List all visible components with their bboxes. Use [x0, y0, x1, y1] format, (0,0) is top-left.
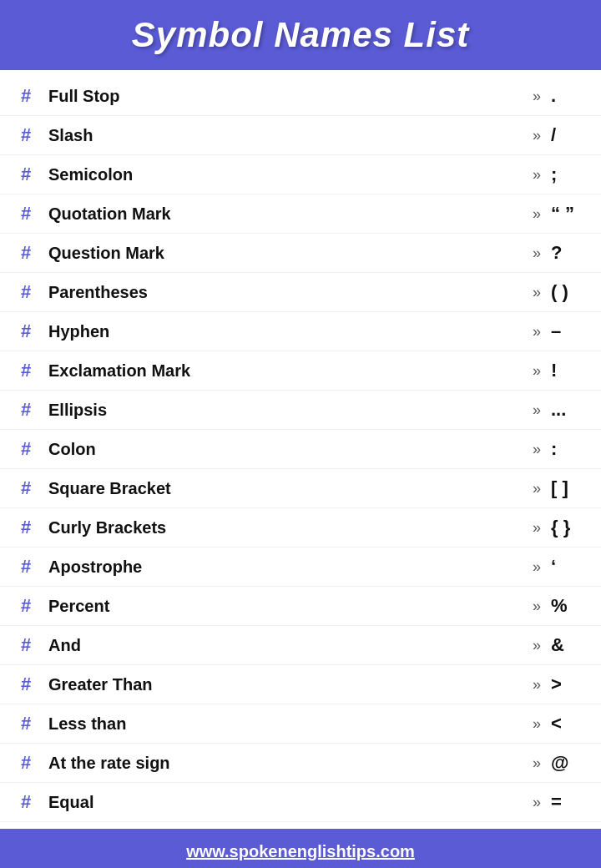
hash-icon: #: [17, 674, 35, 695]
symbol-character: @: [551, 752, 584, 774]
list-item: # Greater Than » >: [0, 665, 601, 704]
list-item: # Exclamation Mark » !: [0, 351, 601, 391]
symbol-character: %: [551, 595, 584, 617]
arrow-icon: »: [533, 205, 541, 223]
arrow-icon: »: [533, 88, 541, 105]
symbol-character: ...: [551, 399, 584, 421]
hash-icon: #: [17, 556, 35, 578]
hash-icon: #: [17, 320, 35, 342]
arrow-icon: »: [533, 127, 541, 144]
hash-icon: #: [17, 164, 35, 185]
symbol-name: Exclamation Mark: [48, 361, 533, 381]
list-item: # Full Stop » .: [0, 77, 601, 116]
hash-icon: #: [17, 85, 35, 107]
hash-icon: #: [17, 791, 35, 813]
list-item: # Question Mark » ?: [0, 234, 601, 273]
arrow-icon: »: [533, 401, 541, 419]
list-item: # Parentheses » ( ): [0, 273, 601, 312]
symbol-name: Semicolon: [48, 165, 533, 184]
hash-icon: #: [17, 595, 35, 617]
symbol-character: >: [551, 674, 584, 695]
symbol-name: Hyphen: [48, 322, 533, 341]
arrow-icon: »: [533, 794, 541, 811]
hash-icon: #: [17, 752, 35, 774]
hash-icon: #: [17, 124, 35, 146]
symbol-name: Less than: [48, 714, 533, 734]
arrow-icon: »: [533, 637, 541, 654]
hash-icon: #: [17, 242, 35, 264]
hash-icon: #: [17, 360, 35, 381]
arrow-icon: »: [533, 166, 541, 184]
arrow-icon: »: [533, 362, 541, 380]
arrow-icon: »: [533, 284, 541, 301]
symbol-name: Square Bracket: [48, 479, 533, 498]
symbol-character: &: [551, 634, 584, 656]
arrow-icon: »: [533, 323, 541, 341]
symbol-character: { }: [551, 517, 584, 538]
list-item: # And » &: [0, 626, 601, 665]
symbol-name: Parentheses: [48, 283, 533, 302]
symbol-character: =: [551, 791, 584, 813]
hash-icon: #: [17, 477, 35, 499]
symbol-name: Full Stop: [48, 87, 533, 106]
list-item: # Square Bracket » [ ]: [0, 469, 601, 508]
list-item: # Semicolon » ;: [0, 155, 601, 194]
hash-icon: #: [17, 438, 35, 460]
symbol-character: :: [551, 438, 584, 460]
footer-link[interactable]: www.spokenenglishtips.com: [186, 842, 415, 860]
list-item: # Quotation Mark » “ ”: [0, 194, 601, 234]
symbol-name: Ellipsis: [48, 401, 533, 420]
symbol-character: [ ]: [551, 477, 584, 499]
page-footer: www.spokenenglishtips.com: [0, 829, 601, 868]
symbol-name: Equal: [48, 793, 533, 812]
symbol-character: ;: [551, 164, 584, 185]
symbol-name: Question Mark: [48, 244, 533, 263]
hash-icon: #: [17, 713, 35, 734]
symbol-name: Curly Brackets: [48, 518, 533, 537]
list-item: # Ellipsis » ...: [0, 391, 601, 430]
hash-icon: #: [17, 399, 35, 421]
page-header: Symbol Names List: [0, 0, 601, 70]
symbol-character: –: [551, 320, 584, 342]
page-title: Symbol Names List: [20, 15, 581, 55]
symbol-name: Quotation Mark: [48, 204, 533, 224]
list-item: # Colon » :: [0, 430, 601, 469]
arrow-icon: »: [533, 558, 541, 576]
symbol-character: “ ”: [551, 203, 584, 225]
hash-icon: #: [17, 203, 35, 225]
symbol-name: And: [48, 636, 533, 655]
symbol-name: At the rate sign: [48, 754, 533, 773]
list-item: # Slash » /: [0, 116, 601, 155]
symbol-character: ?: [551, 242, 584, 264]
arrow-icon: »: [533, 245, 541, 262]
hash-icon: #: [17, 281, 35, 303]
arrow-icon: »: [533, 441, 541, 458]
arrow-icon: »: [533, 480, 541, 497]
symbol-list: # Full Stop » . # Slash » / # Semicolon …: [0, 70, 601, 829]
list-item: # Apostrophe » ‘: [0, 548, 601, 587]
arrow-icon: »: [533, 676, 541, 694]
hash-icon: #: [17, 634, 35, 656]
arrow-icon: »: [533, 598, 541, 615]
symbol-character: !: [551, 360, 584, 381]
list-item: # Equal » =: [0, 783, 601, 822]
symbol-character: <: [551, 713, 584, 734]
symbol-name: Percent: [48, 597, 533, 616]
symbol-character: /: [551, 124, 584, 146]
symbol-name: Slash: [48, 126, 533, 145]
symbol-character: .: [551, 85, 584, 107]
list-item: # Curly Brackets » { }: [0, 508, 601, 548]
hash-icon: #: [17, 517, 35, 538]
list-item: # Percent » %: [0, 587, 601, 626]
symbol-character: ‘: [551, 556, 584, 578]
arrow-icon: »: [533, 519, 541, 537]
list-item: # At the rate sign » @: [0, 744, 601, 783]
symbol-name: Greater Than: [48, 675, 533, 694]
list-item: # Less than » <: [0, 704, 601, 744]
arrow-icon: »: [533, 715, 541, 733]
symbol-name: Apostrophe: [48, 558, 533, 577]
symbol-character: ( ): [551, 281, 584, 303]
list-item: # Hyphen » –: [0, 312, 601, 351]
symbol-name: Colon: [48, 440, 533, 459]
arrow-icon: »: [533, 754, 541, 772]
